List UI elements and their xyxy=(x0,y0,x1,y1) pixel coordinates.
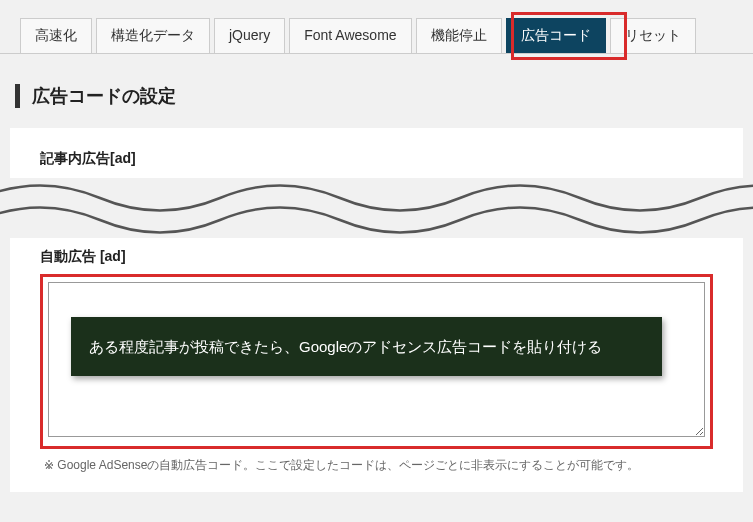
content-area: 広告コードの設定 記事内広告[ad] 自動広告 [ad] ある程度記事が投稿でき… xyxy=(0,84,753,492)
annotation-callout: ある程度記事が投稿できたら、Googleのアドセンス広告コードを貼り付ける xyxy=(71,317,662,376)
tab-speedup[interactable]: 高速化 xyxy=(20,18,92,53)
annotation-highlight-textarea: ある程度記事が投稿できたら、Googleのアドセンス広告コードを貼り付ける xyxy=(40,274,713,449)
tab-structured-data[interactable]: 構造化データ xyxy=(96,18,210,53)
wavy-separator xyxy=(0,178,753,238)
tab-bar: 高速化 構造化データ jQuery Font Awesome 機能停止 広告コー… xyxy=(0,0,753,54)
page-header: 広告コードの設定 xyxy=(15,84,733,108)
tab-jquery[interactable]: jQuery xyxy=(214,18,285,53)
section-in-article-ad: 記事内広告[ad] xyxy=(10,128,743,178)
tab-reset[interactable]: リセット xyxy=(610,18,696,53)
section-auto-ad-title: 自動広告 [ad] xyxy=(40,248,713,266)
section-auto-ad: 自動広告 [ad] ある程度記事が投稿できたら、Googleのアドセンス広告コー… xyxy=(10,238,743,492)
tab-font-awesome[interactable]: Font Awesome xyxy=(289,18,411,53)
section-in-article-ad-title: 記事内広告[ad] xyxy=(40,150,713,168)
auto-ad-note: ※ Google AdSenseの自動広告コード。ここで設定したコードは、ページ… xyxy=(44,457,709,474)
page-title: 広告コードの設定 xyxy=(32,84,733,108)
tab-ad-code[interactable]: 広告コード xyxy=(506,18,606,53)
tab-feature-stop[interactable]: 機能停止 xyxy=(416,18,502,53)
